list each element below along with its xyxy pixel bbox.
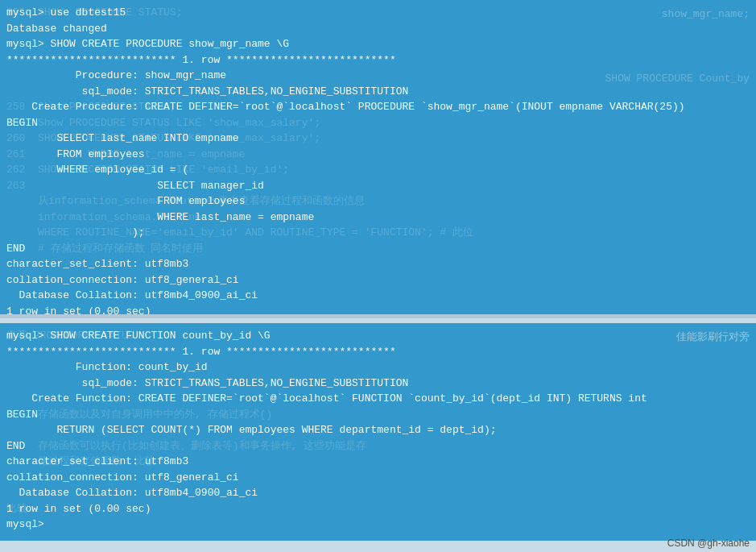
terminal-line: WHERE last_name = empname [6, 210, 750, 226]
main-container: 255 SHOW PROCEDURE STATUS; 258 Show PROC… [0, 0, 756, 552]
terminal-line: Database Collation: utf8mb4_0900_ai_ci [6, 485, 750, 501]
terminal-line: FROM employees [6, 147, 750, 163]
terminal-line: Create Function: CREATE DEFINER=`root`@`… [6, 391, 750, 407]
watermark: CSDN @gh-xiaohe [667, 537, 750, 549]
terminal-line: RETURN (SELECT COUNT(*) FROM employees W… [6, 422, 750, 438]
terminal-line: SELECT manager_id [6, 178, 750, 194]
terminal-line: ); [6, 225, 750, 241]
terminal-line: END [6, 241, 750, 257]
terminal-block-2: 查看 PROCEDURE STATUS 存储函数以及对自身调用中中的外, 存储过… [0, 323, 756, 541]
separator [0, 314, 756, 318]
terminal-line: *************************** 1. row *****… [6, 344, 750, 360]
terminal-line: END [6, 438, 750, 454]
terminal-block-1: 255 SHOW PROCEDURE STATUS; 258 Show PROC… [0, 0, 756, 314]
side-label-2: 佳能影刷行对旁 [676, 330, 750, 344]
terminal-line: Function: count_by_id [6, 359, 750, 376]
terminal-line: Create Procedure: CREATE DEFINER=`root`@… [6, 99, 750, 115]
terminal-line: mysql> [6, 517, 750, 533]
side-overlay-1: show_mgr_name; SHOW PROCEDURE Count_by [605, 6, 750, 86]
terminal-line: character_set_client: utf8mb3 [6, 454, 750, 470]
terminal-line: 1 row in set (0.00 sec) [6, 304, 750, 315]
terminal-line: SELECT last_name INTO empname [6, 131, 750, 147]
terminal-line: FROM employees [6, 193, 750, 210]
terminal-line: 1 row in set (0.00 sec) [6, 501, 750, 517]
terminal-line: BEGIN [6, 407, 750, 423]
terminal-line: mysql> SHOW CREATE FUNCTION count_by_id … [6, 328, 750, 344]
terminal-line: WHERE employee_id = ( [6, 162, 750, 178]
terminal-line: collation_connection: utf8_general_ci [6, 272, 750, 288]
terminal-line: Database Collation: utf8mb4_0900_ai_ci [6, 288, 750, 304]
terminal-line: sql_mode: STRICT_TRANS_TABLES,NO_ENGINE_… [6, 376, 750, 392]
terminal-line: collation_connection: utf8_general_ci [6, 470, 750, 486]
terminal-line: character_set_client: utf8mb3 [6, 256, 750, 272]
terminal-content-2: mysql> SHOW CREATE FUNCTION count_by_id … [6, 328, 750, 533]
terminal-line: BEGIN [6, 115, 750, 131]
